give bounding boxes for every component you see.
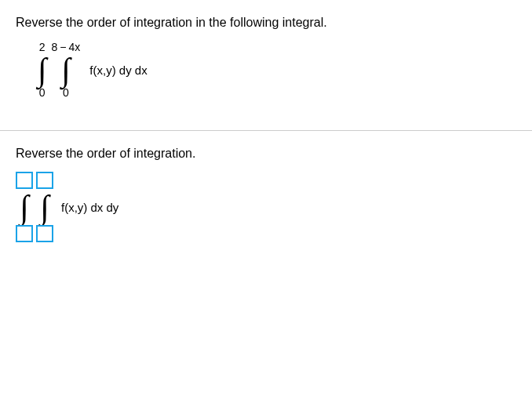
answer-outer-integral: ∫ (16, 172, 33, 242)
inner-upper-input[interactable] (36, 172, 53, 189)
inner-lower-input[interactable] (36, 225, 53, 242)
inner-upper-b: 4x (69, 42, 81, 53)
minus-icon: − (60, 42, 66, 53)
inner-upper-a: 8 (52, 42, 58, 53)
integral-sign-icon: ∫ (20, 191, 29, 223)
outer-lower-limit: 0 (39, 86, 46, 99)
integral-sign-icon: ∫ (40, 191, 49, 223)
inner-lower-limit: 0 (63, 86, 69, 99)
integral-sign-icon: ∫ (61, 53, 71, 86)
outer-lower-input[interactable] (16, 225, 33, 242)
outer-upper-input[interactable] (16, 172, 33, 189)
section-divider (0, 130, 532, 131)
integral-sign-icon: ∫ (38, 53, 47, 86)
answer-integral: ∫ ∫ f(x,y) dx dy (16, 172, 516, 242)
answer-inner-integral: ∫ (36, 172, 53, 242)
answer-integrand: f(x,y) dx dy (61, 201, 118, 214)
answer-prompt: Reverse the order of integration. (16, 147, 516, 161)
given-integral: 2 ∫ 0 8 − 4x ∫ 0 f(x,y) dy dx (38, 41, 516, 99)
outer-integral: 2 ∫ 0 (38, 41, 47, 99)
question-prompt: Reverse the order of integration in the … (16, 16, 516, 30)
integrand: f(x,y) dy dx (89, 64, 147, 77)
inner-integral: 8 − 4x ∫ 0 (52, 41, 81, 99)
